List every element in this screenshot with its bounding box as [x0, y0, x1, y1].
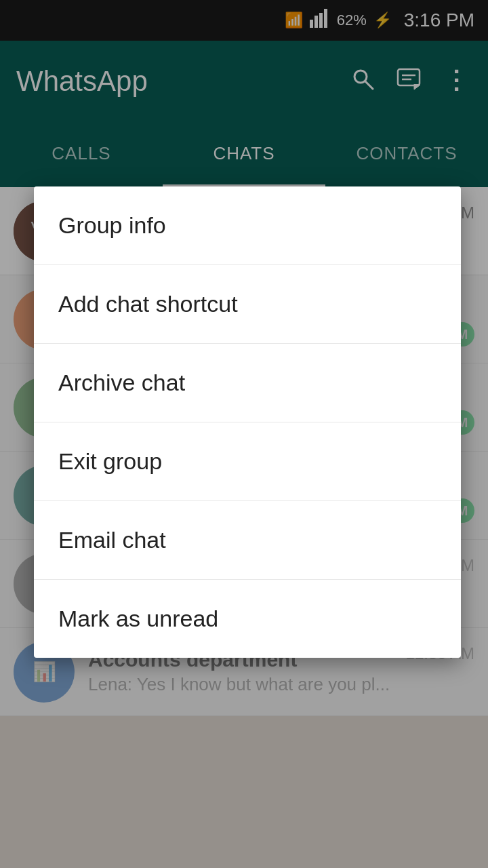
context-menu: Group info Add chat shortcut Archive cha…	[34, 186, 461, 658]
menu-item-mark-unread[interactable]: Mark as unread	[34, 580, 461, 658]
menu-item-archive-chat[interactable]: Archive chat	[34, 344, 461, 422]
menu-item-group-info[interactable]: Group info	[34, 186, 461, 265]
menu-item-exit-group[interactable]: Exit group	[34, 422, 461, 501]
menu-item-email-chat[interactable]: Email chat	[34, 501, 461, 580]
menu-item-add-shortcut[interactable]: Add chat shortcut	[34, 265, 461, 344]
